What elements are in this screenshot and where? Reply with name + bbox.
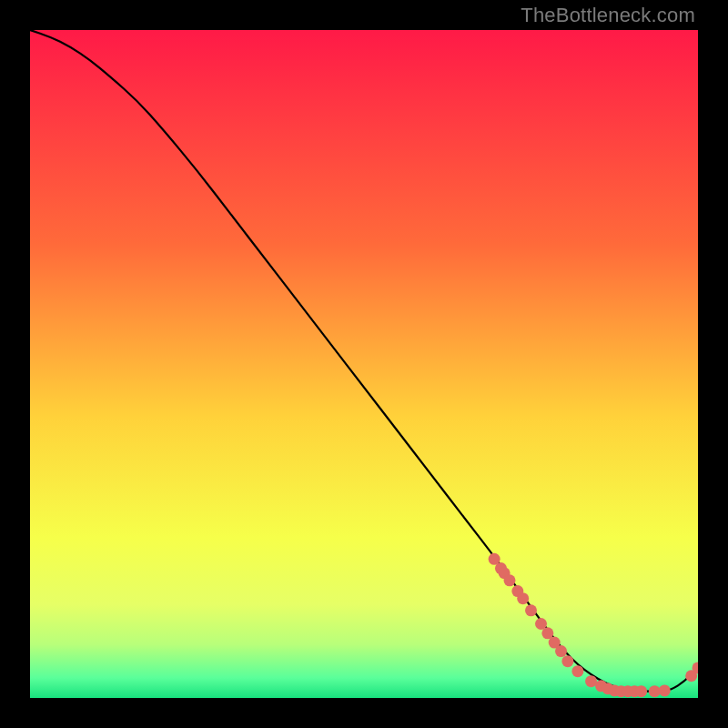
data-marker (649, 685, 661, 697)
chart-svg (30, 30, 698, 698)
data-marker (517, 592, 529, 604)
data-marker (555, 645, 567, 657)
data-marker (561, 655, 573, 667)
data-marker (504, 574, 516, 586)
chart-stage: TheBottleneck.com (0, 0, 728, 728)
plot-area (30, 30, 698, 698)
watermark-text: TheBottleneck.com (521, 4, 695, 27)
gradient-background (30, 30, 698, 698)
data-marker (525, 604, 537, 616)
data-marker (659, 684, 671, 696)
data-marker (635, 685, 647, 697)
data-marker (571, 665, 583, 677)
